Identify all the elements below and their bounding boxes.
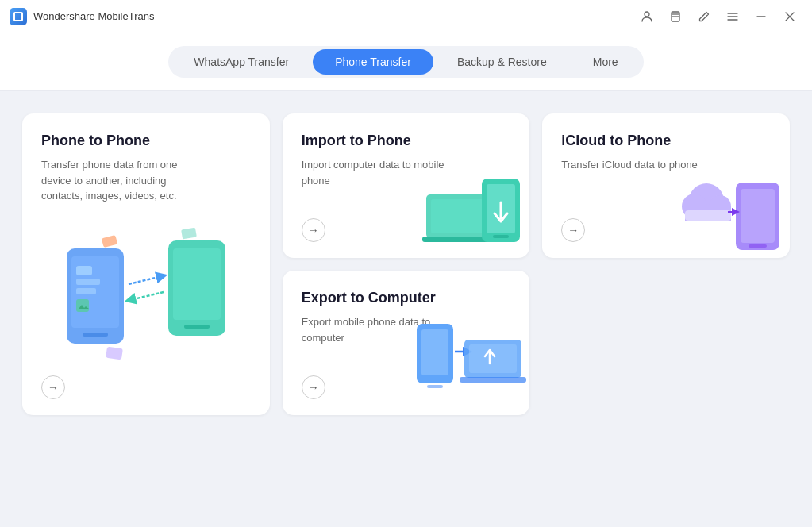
- svg-rect-21: [493, 235, 509, 238]
- svg-rect-35: [460, 377, 526, 383]
- card-import-arrow[interactable]: →: [302, 218, 325, 242]
- menu-button[interactable]: [720, 6, 745, 28]
- svg-rect-24: [749, 244, 767, 248]
- card-export-arrow[interactable]: →: [302, 375, 325, 399]
- svg-rect-29: [685, 210, 731, 221]
- svg-rect-13: [106, 347, 123, 360]
- card-export-to-computer[interactable]: Export to Computer Export mobile phone d…: [283, 271, 530, 415]
- svg-rect-14: [181, 228, 197, 240]
- tab-whatsapp[interactable]: WhatsApp Transfer: [171, 49, 311, 75]
- card-icloud-title: iCloud to Phone: [561, 133, 771, 149]
- card-phone-to-phone-arrow[interactable]: →: [41, 375, 65, 399]
- card-export-title: Export to Computer: [302, 290, 511, 306]
- titlebar: Wondershare MobileTrans: [0, 0, 812, 33]
- svg-rect-5: [76, 266, 92, 275]
- card-icloud-arrow[interactable]: →: [561, 218, 585, 242]
- bookmark-button[interactable]: [663, 6, 688, 28]
- phone-to-phone-illustration: [59, 225, 233, 367]
- tab-phone[interactable]: Phone Transfer: [313, 49, 433, 75]
- export-illustration: [410, 312, 521, 407]
- edit-button[interactable]: [691, 6, 717, 28]
- card-import-to-phone[interactable]: Import to Phone Import computer data to …: [283, 113, 530, 258]
- titlebar-controls: [634, 6, 802, 28]
- svg-rect-31: [421, 329, 448, 375]
- svg-rect-10: [184, 325, 210, 329]
- icloud-illustration: [679, 163, 782, 250]
- svg-rect-9: [173, 248, 221, 320]
- tab-more[interactable]: More: [571, 49, 641, 75]
- svg-rect-17: [431, 199, 489, 233]
- tab-backup[interactable]: Backup & Restore: [435, 49, 569, 75]
- svg-rect-23: [741, 189, 775, 243]
- card-phone-to-phone-title: Phone to Phone: [41, 133, 251, 149]
- import-illustration: [418, 163, 521, 250]
- svg-rect-11: [102, 235, 117, 248]
- svg-rect-6: [76, 279, 100, 285]
- account-button[interactable]: [634, 6, 660, 28]
- titlebar-left: Wondershare MobileTrans: [10, 8, 154, 25]
- svg-rect-4: [83, 333, 108, 337]
- main-content: Phone to Phone Transfer phone data from …: [0, 91, 812, 437]
- close-button[interactable]: [777, 6, 802, 28]
- card-phone-to-phone-desc: Transfer phone data from one device to a…: [41, 157, 184, 204]
- card-icloud-to-phone[interactable]: iCloud to Phone Transfer iCloud data to …: [542, 113, 790, 258]
- nav-tabs: WhatsApp Transfer Phone Transfer Backup …: [168, 46, 643, 78]
- svg-point-0: [645, 12, 649, 17]
- card-phone-to-phone[interactable]: Phone to Phone Transfer phone data from …: [22, 113, 270, 415]
- svg-rect-7: [76, 288, 96, 294]
- app-icon: [10, 8, 27, 25]
- minimize-button[interactable]: [749, 6, 774, 28]
- nav-bar: WhatsApp Transfer Phone Transfer Backup …: [0, 33, 812, 91]
- svg-rect-34: [469, 344, 517, 373]
- svg-rect-32: [427, 385, 443, 388]
- app-title: Wondershare MobileTrans: [33, 10, 154, 22]
- card-import-title: Import to Phone: [302, 133, 511, 149]
- svg-rect-15: [76, 299, 89, 312]
